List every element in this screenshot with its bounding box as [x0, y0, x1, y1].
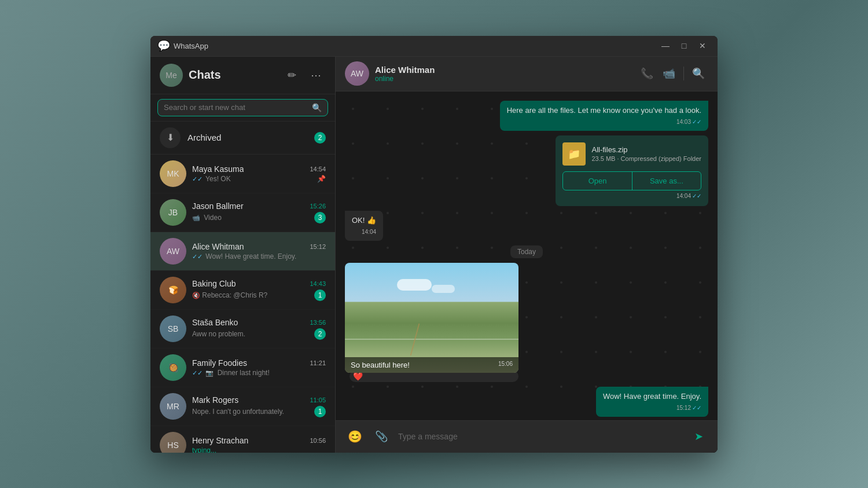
- photo-caption-text: So beautiful here!: [351, 361, 410, 369]
- path-line: [410, 324, 420, 356]
- emoji-button[interactable]: 😊: [345, 427, 365, 446]
- chat-item-alice[interactable]: AW Alice Whitman 15:12 ✓✓ Wow! Have grea…: [150, 232, 335, 271]
- header-divider: [683, 67, 684, 80]
- chat-item-mark[interactable]: MR Mark Rogers 11:05 Nope. I can't go un…: [150, 387, 335, 426]
- file-bubble: 📁 All-files.zip 23.5 MB · Compressed (zi…: [556, 135, 708, 206]
- photo-caption: So beautiful here! 15:06: [345, 357, 518, 373]
- avatar-baking: 🍞: [160, 277, 186, 303]
- chat-header-status: online: [375, 75, 631, 83]
- avatar-stasa: SB: [160, 315, 186, 342]
- file-name: All-files.zip: [591, 145, 701, 154]
- my-avatar[interactable]: Me: [160, 64, 183, 87]
- video-call-button[interactable]: 📹: [659, 64, 679, 83]
- search-icon: 🔍: [312, 103, 322, 112]
- maximize-button[interactable]: □: [676, 38, 692, 54]
- avatar-family: 🥘: [160, 354, 186, 381]
- camera-icon-family: 📷: [205, 369, 214, 376]
- chat-item-jason[interactable]: JB Jason Ballmer 15:26 📹 Video 3: [150, 193, 335, 232]
- chat-name-stasa: Staša Benko: [192, 318, 238, 327]
- avatar-henry: HS: [160, 432, 186, 453]
- chat-time-alice: 15:12: [310, 243, 326, 250]
- app-window: 💬 WhatsApp — □ ✕ Me Chats ✏ ⋯: [150, 36, 718, 453]
- chat-info-henry: Henry Strachan 10:56 typing...: [192, 436, 326, 453]
- chat-name-henry: Henry Strachan: [192, 436, 248, 445]
- input-bar: 😊 📎 ➤: [336, 420, 718, 453]
- chat-name-alice: Alice Whitman: [192, 242, 244, 251]
- chat-name-maya: Maya Kasuma: [192, 164, 244, 174]
- sidebar: Me Chats ✏ ⋯ 🔍 ⬇ Archiv: [150, 57, 336, 453]
- avatar-maya: MK: [160, 160, 186, 187]
- close-button[interactable]: ✕: [694, 38, 711, 54]
- archived-badge: 2: [314, 132, 326, 144]
- cloud2: [432, 285, 455, 293]
- search-in-chat-button[interactable]: 🔍: [689, 64, 708, 83]
- chat-time-henry: 10:56: [310, 437, 326, 444]
- search-bar: 🔍: [150, 94, 335, 122]
- chat-item-family[interactable]: 🥘 Family Foodies 11:21 ✓✓ 📷 Dinner last …: [150, 348, 335, 387]
- read-tick-msg1: ✓✓: [692, 118, 701, 126]
- chat-header-actions: 📞 📹 🔍: [637, 64, 708, 83]
- sidebar-title: Chats: [189, 68, 276, 82]
- chat-item-baking[interactable]: 🍞 Baking Club 14:43 🔇 Rebecca: @Chris R?…: [150, 271, 335, 310]
- avatar-jason: JB: [160, 199, 186, 226]
- chat-name-mark: Mark Rogers: [192, 395, 238, 405]
- chat-name-baking: Baking Club: [192, 279, 236, 288]
- chat-time-mark: 11:05: [310, 397, 326, 403]
- chat-info-stasa: Staša Benko 13:56 Aww no problem. 2: [192, 318, 326, 340]
- chat-name-jason: Jason Ballmer: [192, 201, 244, 211]
- badge-baking: 1: [314, 289, 326, 301]
- chat-header-avatar[interactable]: AW: [345, 61, 369, 86]
- title-bar: 💬 WhatsApp — □ ✕: [150, 36, 718, 57]
- archived-row[interactable]: ⬇ Archived 2: [150, 122, 335, 155]
- badge-stasa: 2: [314, 328, 326, 340]
- app-title: WhatsApp: [174, 42, 657, 50]
- chat-item-maya[interactable]: MK Maya Kasuma 14:54 ✓✓ Yes! OK 📌: [150, 155, 335, 193]
- search-input-wrapper: 🔍: [157, 99, 328, 116]
- file-size: 23.5 MB · Compressed (zipped) Folder: [591, 155, 701, 162]
- chat-info-alice: Alice Whitman 15:12 ✓✓ Wow! Have great t…: [192, 242, 326, 260]
- chat-header: AW Alice Whitman online 📞 📹 🔍: [336, 57, 718, 91]
- chat-time-baking: 14:43: [310, 280, 326, 287]
- sidebar-header-icons: ✏ ⋯: [282, 65, 326, 85]
- mountain-photo: [345, 263, 518, 373]
- voice-call-button[interactable]: 📞: [637, 64, 657, 83]
- search-input[interactable]: [164, 103, 312, 112]
- cloud1: [397, 279, 432, 291]
- badge-mark: 1: [314, 406, 326, 417]
- message-1: Here are all the files. Let me know once…: [500, 101, 708, 131]
- file-actions: Open Save as...: [562, 171, 701, 190]
- photo-time: 15:06: [498, 361, 513, 367]
- chat-item-henry[interactable]: HS Henry Strachan 10:56 typing...: [150, 426, 335, 453]
- mute-icon-baking: 🔇: [192, 292, 200, 299]
- read-tick-maya: ✓✓: [192, 175, 203, 182]
- minimize-button[interactable]: —: [657, 38, 674, 54]
- file-message-time: 14:04 ✓✓: [562, 193, 701, 199]
- compose-button[interactable]: ✏: [282, 65, 301, 85]
- sidebar-header: Me Chats ✏ ⋯: [150, 57, 335, 94]
- chat-item-stasa[interactable]: SB Staša Benko 13:56 Aww no problem. 2: [150, 310, 335, 348]
- message-input[interactable]: [398, 432, 682, 441]
- video-icon-jason: 📹: [192, 214, 200, 221]
- message-3-time: 14:04: [352, 228, 376, 236]
- chat-area: AW Alice Whitman online 📞 📹 🔍 Here are a…: [336, 57, 718, 453]
- menu-button[interactable]: ⋯: [306, 65, 326, 85]
- window-controls: — □ ✕: [657, 38, 711, 54]
- attach-button[interactable]: 📎: [372, 427, 391, 446]
- open-file-button[interactable]: Open: [563, 172, 632, 190]
- avatar-mark: MR: [160, 393, 186, 420]
- chat-list: ⬇ Archived 2 MK Maya Kasuma 14:54: [150, 122, 335, 453]
- chat-preview-henry: typing...: [192, 446, 326, 453]
- send-button[interactable]: ➤: [689, 427, 708, 446]
- message-3: OK! 👍 14:04: [345, 211, 383, 241]
- chat-preview-mark: Nope. I can't go unfortunately.: [192, 408, 314, 416]
- read-tick-file: ✓✓: [692, 193, 701, 199]
- read-tick-family: ✓✓: [192, 369, 203, 376]
- chat-preview-stasa: Aww no problem.: [192, 330, 314, 338]
- messages-area: Here are all the files. Let me know once…: [336, 91, 718, 420]
- app-body: Me Chats ✏ ⋯ 🔍 ⬇ Archiv: [150, 57, 718, 453]
- save-file-button[interactable]: Save as...: [632, 172, 701, 190]
- chat-header-info: Alice Whitman online: [375, 65, 631, 83]
- chat-preview-alice: ✓✓ Wow! Have great time. Enjoy.: [192, 252, 326, 260]
- chat-time-maya: 14:54: [310, 166, 326, 173]
- pin-icon-maya: 📌: [317, 175, 326, 183]
